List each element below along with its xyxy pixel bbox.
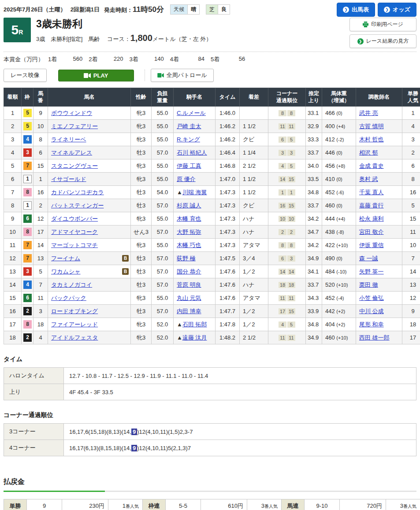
corner-order-cell: 1715 bbox=[268, 305, 306, 318]
jockey-link[interactable]: 大野 拓弥 bbox=[177, 229, 201, 235]
jockey-link[interactable]: 菅原 明良 bbox=[177, 281, 201, 288]
print-page-button[interactable]: 印刷用ページ bbox=[349, 18, 416, 31]
trainer-link[interactable]: 森 一誠 bbox=[359, 255, 378, 262]
horse-link[interactable]: ロードオブキング bbox=[51, 308, 98, 314]
margin: ハナ bbox=[240, 225, 268, 239]
result-guide-button[interactable]: ❯ レース結果の見方 bbox=[349, 34, 416, 48]
trainer-link[interactable]: 矢野 英一 bbox=[359, 268, 384, 275]
trainer-link[interactable]: 宮田 敬介 bbox=[359, 229, 384, 235]
frame-badge: 6 bbox=[23, 214, 32, 223]
corner3-pos: 2 bbox=[279, 229, 286, 235]
frame-cell: 4 bbox=[22, 278, 33, 292]
horse-link[interactable]: タカミノガコイ bbox=[51, 281, 92, 288]
finish-position: 6 bbox=[4, 173, 22, 186]
horse-link[interactable]: ミエノフェアリー bbox=[51, 123, 98, 129]
trainer-link[interactable]: 小笠 倫弘 bbox=[359, 295, 384, 301]
horse-link[interactable]: ワカムシャ bbox=[51, 268, 81, 275]
trainer-link[interactable]: 金成 貴史 bbox=[359, 163, 384, 169]
trainer-link[interactable]: 松永 康利 bbox=[359, 215, 384, 222]
trainer-link[interactable]: 古賀 慎明 bbox=[359, 123, 384, 129]
column-header: 着差 bbox=[240, 88, 268, 107]
trainer-link[interactable]: 千葉 直人 bbox=[359, 189, 384, 196]
jockey-link[interactable]: 木幡 巧也 bbox=[177, 242, 201, 248]
jockey-link[interactable]: 木幡 育也 bbox=[177, 215, 201, 222]
horse-link[interactable]: スタニングヴュー bbox=[51, 163, 98, 169]
carried-weight: 55.0 bbox=[152, 212, 174, 225]
payout-table: 単勝 9 230円 1番人気 複勝 9 120円 1番人気 10 160円 4番… bbox=[4, 499, 143, 510]
jockey-link[interactable]: 丸山 元気 bbox=[177, 295, 201, 301]
play-button[interactable]: PLAY bbox=[58, 70, 134, 81]
trainer-link[interactable]: 武井 亮 bbox=[359, 110, 378, 116]
margin: ハナ bbox=[240, 212, 268, 225]
horse-link[interactable]: カドバンソコヂカラ bbox=[51, 189, 104, 196]
finish-position: 10 bbox=[4, 225, 22, 239]
trainer-link[interactable]: 栗田 徹 bbox=[359, 281, 378, 288]
horse-link[interactable]: イサゴールド bbox=[51, 176, 86, 182]
horse-link[interactable]: マーゴットコマチ bbox=[51, 242, 98, 248]
table-row: 4コーナー 16,17(6,13)(8,15,18)(14,9)12(4,10,… bbox=[4, 440, 416, 456]
patrol-video-button[interactable]: 全周パトロール bbox=[151, 69, 214, 82]
body-weight: 484 (-10) bbox=[322, 265, 356, 278]
jockey-link[interactable]: 荻野 極 bbox=[177, 255, 196, 262]
jockey-cell: 菅原 明良 bbox=[174, 278, 216, 292]
corner-order-cell: 33 bbox=[268, 146, 306, 159]
win-popularity: 7 bbox=[402, 252, 420, 265]
sex-age: 牝3 bbox=[131, 107, 152, 120]
horse-number: 1 bbox=[33, 173, 48, 186]
frame-badge: 2 bbox=[23, 333, 32, 342]
prize-item: 5着56 bbox=[211, 55, 249, 63]
sex-age: 牝3 bbox=[131, 173, 152, 186]
carried-weight: 55.0 bbox=[152, 107, 174, 120]
entries-button[interactable]: ❯ 出馬表 bbox=[337, 3, 375, 17]
jockey-link[interactable]: 原 優介 bbox=[177, 176, 196, 182]
trainer-link[interactable]: 尾形 和幸 bbox=[359, 321, 384, 328]
race-video-button[interactable]: レース映像 bbox=[4, 69, 47, 82]
horse-link[interactable]: アドマイヤコーク bbox=[51, 229, 98, 235]
jockey-link[interactable]: C.ルメール bbox=[177, 110, 206, 116]
corner-order-cell: 1818 bbox=[268, 278, 306, 292]
finish-position: 18 bbox=[4, 331, 22, 344]
horse-link[interactable]: フーイナム bbox=[51, 255, 80, 262]
finish-time: 1:47.7 bbox=[216, 305, 240, 318]
horse-link[interactable]: アイドルフェスタ bbox=[51, 334, 98, 341]
trainer-link[interactable]: 中川 公成 bbox=[359, 308, 384, 314]
corner4-pos: 11 bbox=[287, 123, 295, 129]
payout-amount: 720円 bbox=[340, 499, 386, 510]
horse-link[interactable]: バットスティンガー bbox=[51, 202, 104, 209]
jockey-link[interactable]: R.キング bbox=[177, 136, 200, 143]
jockey-link[interactable]: 国分 恭介 bbox=[177, 268, 201, 275]
jockey-link[interactable]: 内田 博幸 bbox=[177, 308, 201, 314]
trainer-link[interactable]: 伊坂 重信 bbox=[359, 242, 384, 248]
jockey-link[interactable]: 石川 裕紀人 bbox=[177, 149, 207, 156]
body-weight: 400 (+4) bbox=[322, 120, 356, 133]
horse-link[interactable]: バックパック bbox=[51, 295, 86, 301]
finish-time: 1:47.6 bbox=[216, 278, 240, 292]
trainer-link[interactable]: 西田 雄一郎 bbox=[359, 334, 390, 341]
horse-link[interactable]: ダイユウボンバー bbox=[51, 215, 98, 222]
carried-weight: 55.0 bbox=[152, 159, 174, 173]
horse-name-cell: アドマイヤコーク bbox=[48, 225, 131, 239]
horse-link[interactable]: ボウウィンドウ bbox=[51, 110, 92, 116]
trainer-link[interactable]: 相沢 郁 bbox=[359, 149, 378, 156]
jockey-cell: 杉原 誠人 bbox=[174, 199, 216, 212]
jockey-link[interactable]: 遠藤 汰月 bbox=[182, 334, 207, 341]
trainer-link[interactable]: 木村 哲也 bbox=[359, 136, 384, 143]
horse-link[interactable]: ライネリーベ bbox=[51, 136, 86, 143]
jockey-link[interactable]: 川端 海翼 bbox=[182, 189, 207, 196]
trainer-link[interactable]: 奥村 武 bbox=[359, 176, 378, 182]
jockey-link[interactable]: 伊藤 工真 bbox=[177, 163, 201, 169]
body-weight: 422 (+10) bbox=[322, 239, 356, 252]
odds-button[interactable]: ❯ オッズ bbox=[378, 3, 416, 17]
jockey-link[interactable]: 石田 拓郎 bbox=[182, 321, 207, 328]
result-row: 16 2 3 ロードオブキング 牡3 57.0 内田 博幸 1:47.7 1／2… bbox=[4, 305, 420, 318]
corner3-pos: 4 bbox=[279, 163, 286, 169]
results-body: 1 5 9 ボウウィンドウ 牝3 55.0 C.ルメール 1:46.0 88 3… bbox=[4, 107, 420, 344]
trainer-link[interactable]: 嘉藤 貴行 bbox=[359, 202, 384, 209]
corner-order-cell: 1615 bbox=[268, 199, 306, 212]
horse-link[interactable]: マイネルアレス bbox=[51, 149, 92, 156]
column-header: 騎手名 bbox=[174, 88, 216, 107]
jockey-link[interactable]: 戸崎 圭太 bbox=[177, 123, 201, 129]
jockey-link[interactable]: 杉原 誠人 bbox=[177, 202, 201, 209]
horse-link[interactable]: ファイアーレッド bbox=[51, 321, 98, 328]
race-result-page: 2025年7月26日（土曜） 2回新潟1日 発走時刻：11時50分 天候 晴 芝… bbox=[0, 0, 420, 510]
